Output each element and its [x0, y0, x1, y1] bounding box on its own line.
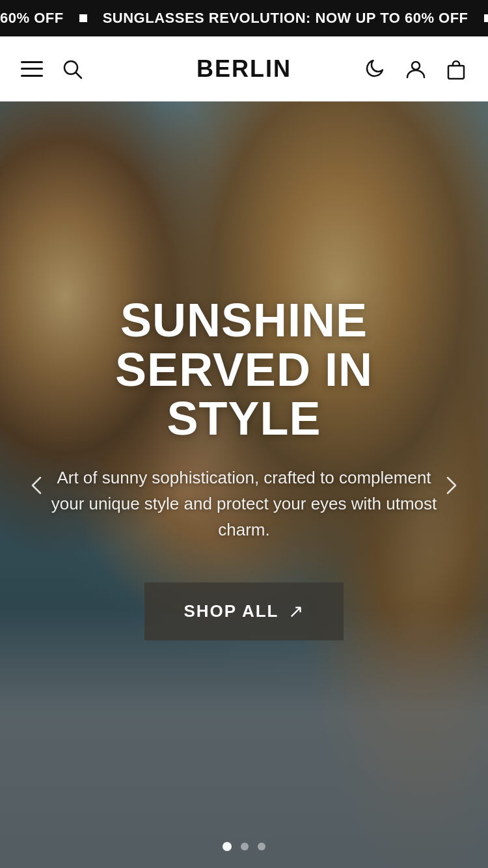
carousel-dot-3[interactable] — [258, 843, 265, 850]
announcement-dot-2 — [484, 14, 488, 22]
carousel-dot-2[interactable] — [241, 843, 249, 850]
svg-line-1 — [76, 73, 81, 78]
header-left — [21, 58, 83, 80]
hero-subtitle: Art of sunny sophistication, crafted to … — [39, 465, 449, 543]
announcement-text-1: 60% OFF — [0, 10, 64, 27]
hero-content: SUNSHINE SERVED IN STYLE Art of sunny so… — [0, 296, 488, 640]
carousel-dot-1[interactable] — [223, 842, 232, 851]
arrow-left-icon — [26, 474, 49, 497]
hero-section: SUNSHINE SERVED IN STYLE Art of sunny so… — [0, 102, 488, 868]
site-logo[interactable]: BERLIN — [197, 55, 291, 83]
hero-title: SUNSHINE SERVED IN STYLE — [39, 296, 449, 444]
header-right — [364, 58, 467, 80]
search-button[interactable] — [61, 58, 83, 80]
announcement-bar: 60% OFF SUNGLASSES REVOLUTION: NOW UP TO… — [0, 0, 488, 36]
header: BERLIN — [0, 36, 488, 102]
carousel-next-button[interactable] — [432, 467, 468, 504]
announcement-marquee: 60% OFF SUNGLASSES REVOLUTION: NOW UP TO… — [0, 10, 488, 27]
shop-all-arrow-icon: ↗ — [288, 601, 305, 622]
bag-icon — [445, 58, 467, 80]
svg-rect-3 — [448, 66, 464, 79]
announcement-dot-1 — [79, 14, 87, 22]
moon-icon — [364, 58, 386, 80]
svg-point-0 — [64, 61, 77, 74]
dark-mode-button[interactable] — [364, 58, 386, 80]
hamburger-icon — [21, 61, 43, 77]
announcement-text-2: SUNGLASSES REVOLUTION: NOW UP TO 60% OFF — [103, 10, 468, 27]
menu-button[interactable] — [21, 61, 43, 77]
user-icon — [405, 58, 427, 80]
shop-all-label: SHOP ALL — [183, 601, 278, 621]
account-button[interactable] — [405, 58, 427, 80]
arrow-right-icon — [439, 474, 462, 497]
carousel-dots — [223, 842, 265, 851]
shop-all-button[interactable]: SHOP ALL ↗ — [144, 582, 343, 640]
search-icon — [61, 58, 83, 80]
cart-button[interactable] — [445, 58, 467, 80]
svg-point-2 — [412, 62, 420, 70]
carousel-prev-button[interactable] — [20, 467, 56, 504]
